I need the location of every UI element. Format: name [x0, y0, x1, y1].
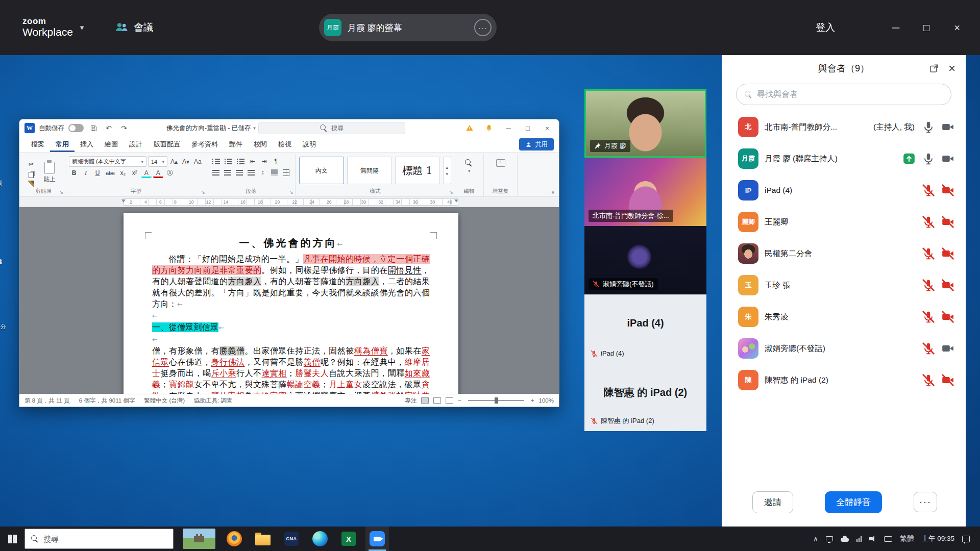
- dialog-launcher-icon[interactable]: ↘: [59, 190, 63, 195]
- warning-icon[interactable]: [462, 121, 477, 135]
- taskbar-edge-icon[interactable]: [308, 527, 332, 551]
- numbering-button[interactable]: [223, 156, 234, 166]
- dialog-launcher-icon[interactable]: ↘: [289, 190, 293, 195]
- ribbon-tab-3[interactable]: 繪圖: [99, 137, 124, 152]
- style-2[interactable]: 標題 1: [395, 157, 440, 184]
- video-tile[interactable]: 北市南-普門教師分會-徐...: [584, 158, 706, 226]
- participant-search-input[interactable]: [757, 90, 943, 99]
- tab-meeting[interactable]: 會議: [114, 20, 153, 35]
- ribbon-tab-5[interactable]: 版面配置: [148, 137, 186, 152]
- camera-off-icon[interactable]: [941, 184, 954, 197]
- word-maximize-button[interactable]: □: [520, 121, 535, 135]
- print-layout-icon[interactable]: [433, 397, 441, 404]
- taskbar-firefox-icon[interactable]: [223, 527, 246, 551]
- participant-row[interactable]: 麗卿王麗卿: [722, 206, 966, 238]
- language-indicator[interactable]: 繁體中文 (台灣): [144, 397, 185, 405]
- format-painter-icon[interactable]: [28, 181, 34, 187]
- desktop-icon[interactable]: 健: [0, 252, 17, 265]
- video-tile[interactable]: iPad (4)iPad (4): [584, 294, 706, 363]
- participant-row[interactable]: 月霞月霞 廖 (聯席主持人): [722, 143, 966, 174]
- video-tile[interactable]: 陳智惠 的 iPad (2)陳智惠 的 iPad (2): [584, 363, 706, 431]
- word-search-box[interactable]: 搜尋: [258, 122, 405, 134]
- screen-share-pill[interactable]: 月霞 月霞 廖的螢幕 ···: [319, 14, 497, 41]
- taskbar-zoom-icon[interactable]: [365, 527, 389, 551]
- mic-muted-icon[interactable]: [922, 310, 935, 323]
- style-0[interactable]: 內文: [299, 157, 344, 184]
- copy-icon[interactable]: [29, 172, 34, 178]
- participant-row[interactable]: 淑娟旁聽(不發話): [722, 333, 966, 364]
- tray-chevron-icon[interactable]: ∧: [813, 535, 818, 543]
- change-case-button[interactable]: Aa: [192, 157, 203, 167]
- network-icon[interactable]: [856, 536, 862, 542]
- character-border-button[interactable]: Ⓐ: [165, 168, 175, 178]
- grow-font-button[interactable]: A▴: [169, 157, 179, 167]
- indent-marker-left[interactable]: [121, 199, 126, 203]
- participant-row[interactable]: iPiPad (4): [722, 174, 966, 206]
- justify-button[interactable]: [246, 167, 256, 178]
- camera-icon[interactable]: [941, 120, 954, 134]
- ribbon-tab-8[interactable]: 校閱: [248, 137, 273, 152]
- focus-mode-button[interactable]: 專注: [405, 397, 416, 405]
- ime-language-indicator[interactable]: 繁體: [900, 534, 914, 543]
- web-layout-icon[interactable]: [446, 397, 453, 404]
- word-count[interactable]: 6 個字，共 9011 個字: [79, 397, 135, 405]
- style-gallery-scroll[interactable]: ▴▾: [443, 157, 451, 184]
- signin-button[interactable]: 登入: [816, 0, 835, 55]
- outdent-button[interactable]: ⇤: [248, 156, 258, 166]
- video-tile[interactable]: 月霞 廖: [584, 89, 706, 158]
- video-tile[interactable]: 淑娟旁聽(不發話): [584, 226, 706, 294]
- find-button[interactable]: ▾: [459, 155, 480, 173]
- mic-muted-icon[interactable]: [922, 373, 935, 387]
- participant-row[interactable]: 北北市南-普門教師分...(主持人, 我): [722, 111, 966, 143]
- mic-muted-icon[interactable]: [922, 279, 935, 292]
- font-name-select[interactable]: 新細明體 (本文中文字 ▾: [69, 156, 146, 167]
- italic-button[interactable]: I: [81, 168, 91, 178]
- participant-row[interactable]: 陳陳智惠 的 iPad (2): [722, 364, 966, 396]
- line-spacing-button[interactable]: ↕: [258, 167, 268, 178]
- camera-off-icon[interactable]: [941, 279, 954, 292]
- strikethrough-button[interactable]: abc: [104, 168, 116, 178]
- word-minimize-button[interactable]: ─: [501, 121, 516, 135]
- chevron-down-icon[interactable]: ▾: [80, 23, 84, 32]
- indent-marker-right[interactable]: [454, 199, 458, 203]
- align-center-button[interactable]: [223, 167, 233, 178]
- desktop-icon[interactable]: 資: [0, 173, 17, 186]
- camera-off-icon[interactable]: [941, 310, 954, 323]
- undo-icon[interactable]: ↶: [103, 122, 114, 134]
- monitor-icon[interactable]: [826, 536, 833, 541]
- ribbon-tab-10[interactable]: 說明: [297, 137, 322, 152]
- mic-icon[interactable]: [922, 120, 935, 134]
- maximize-button[interactable]: □: [915, 16, 938, 39]
- multilevel-list-button[interactable]: [235, 156, 246, 166]
- camera-off-icon[interactable]: [941, 247, 954, 260]
- action-center-icon[interactable]: [962, 536, 973, 542]
- indent-button[interactable]: ⇥: [259, 156, 270, 166]
- ribbon-tab-7[interactable]: 郵件: [224, 137, 248, 152]
- more-options-icon[interactable]: ···: [474, 19, 492, 36]
- camera-icon[interactable]: [941, 152, 954, 165]
- ribbon-tab-9[interactable]: 檢視: [273, 137, 297, 152]
- panel-more-button[interactable]: ···: [914, 492, 937, 512]
- ribbon-tab-0[interactable]: 檔案: [26, 137, 50, 152]
- cut-icon[interactable]: ✂: [26, 159, 36, 169]
- save-icon[interactable]: [88, 122, 99, 134]
- dialog-launcher-icon[interactable]: ↘: [201, 190, 205, 195]
- camera-icon[interactable]: [941, 342, 954, 355]
- mic-muted-icon[interactable]: [922, 184, 935, 197]
- document-canvas[interactable]: 一、佛光會的方向←俗謂：「好的開始是成功的一半。」凡事在開始的時候，立定一個正確…: [19, 207, 559, 394]
- camera-off-icon[interactable]: [941, 373, 954, 387]
- zoom-level[interactable]: 100%: [539, 397, 554, 404]
- bullets-button[interactable]: [211, 156, 222, 166]
- bold-button[interactable]: B: [69, 168, 79, 178]
- participant-row[interactable]: 朱朱秀凌: [722, 301, 966, 333]
- zoom-slider-thumb[interactable]: [495, 397, 498, 404]
- participant-search-box[interactable]: [736, 84, 951, 105]
- camera-off-icon[interactable]: [941, 215, 954, 229]
- desktop-icon[interactable]: 11 分: [0, 317, 17, 330]
- accessibility-status[interactable]: 協助工具: 調查: [194, 397, 232, 405]
- mic-muted-icon[interactable]: [922, 247, 935, 260]
- speaker-icon[interactable]: [869, 536, 876, 542]
- ribbon-tab-2[interactable]: 插入: [75, 137, 99, 152]
- subscript-button[interactable]: x₂: [118, 168, 128, 178]
- redo-icon[interactable]: ↷: [118, 122, 130, 134]
